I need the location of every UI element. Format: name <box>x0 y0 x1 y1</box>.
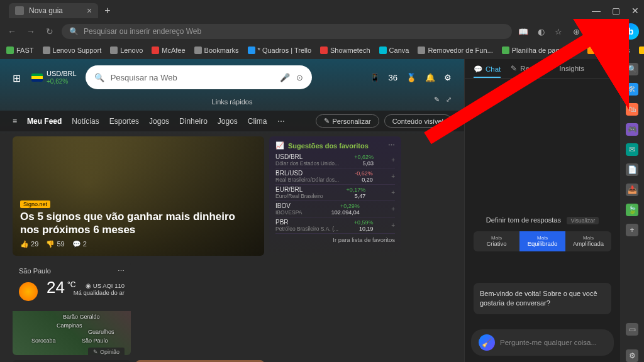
nav-meu-feed[interactable]: Meu Feed <box>27 117 62 126</box>
bookmark-item[interactable]: Bookmarks <box>194 47 239 54</box>
tone-creative[interactable]: MaisCriativo <box>474 231 519 251</box>
bookmark-item[interactable]: Showmetech <box>320 47 370 54</box>
sb-outlook-icon[interactable]: ✉ <box>626 143 638 156</box>
add-favorite-icon[interactable]: + <box>391 156 395 163</box>
refresh-button[interactable]: ↻ <box>43 26 57 36</box>
tone-precise[interactable]: MaisAmplificada <box>565 231 611 251</box>
weather-more-icon[interactable]: ⋯ <box>118 267 125 275</box>
bookmark-item[interactable]: Planilha de pagame... <box>502 47 579 54</box>
expand-icon[interactable]: ⤢ <box>446 96 452 104</box>
nav-dinheiro[interactable]: Dinheiro <box>179 117 208 126</box>
bookmark-item[interactable]: Contador de Caract... <box>639 47 644 54</box>
address-bar: ← → ↻ 🔍 Pesquisar ou inserir endereço We… <box>0 21 644 41</box>
maximize-button[interactable]: ▢ <box>612 6 620 16</box>
hero-source: Signo.net <box>20 200 50 208</box>
sb-app-icon[interactable]: 🍃 <box>626 204 638 216</box>
tone-balanced[interactable]: MaisEquilibrado <box>519 231 565 251</box>
sb-add-icon[interactable]: + <box>626 224 638 236</box>
bookmark-icon <box>43 47 50 54</box>
add-favorite-icon[interactable]: + <box>391 189 395 196</box>
opinion-button[interactable]: ✎ Opinião <box>88 348 125 355</box>
forward-button[interactable]: → <box>24 26 38 36</box>
bookmark-item[interactable]: Lenovo <box>110 47 143 54</box>
web-search-box[interactable]: 🔍 Pesquisar na Web 🎤 ⊙ <box>86 65 312 89</box>
hamburger-icon[interactable]: ≡ <box>13 117 17 126</box>
sb-office-icon[interactable]: 📄 <box>626 163 638 176</box>
nav-esportes[interactable]: Esportes <box>109 117 139 126</box>
content-visible-button[interactable]: Conteúdo visível <box>384 114 452 128</box>
edit-quick-links-icon[interactable]: ✎ <box>434 96 440 104</box>
browser-tab[interactable]: Nova guia × <box>9 3 98 18</box>
visualize-button[interactable]: Visualizar <box>567 217 599 224</box>
split-icon[interactable]: ◐ <box>535 27 547 36</box>
bookmark-item[interactable]: Canva <box>379 47 409 54</box>
url-input[interactable]: 🔍 Pesquisar ou inserir endereço Web <box>62 24 512 39</box>
personalize-button[interactable]: ✎Personalizar <box>316 114 379 128</box>
collections-icon[interactable]: ⊕ <box>570 27 582 36</box>
favorites-list: USD/BRLDólar dos Estados Unido... +0,62%… <box>275 152 395 234</box>
sb-shopping-icon[interactable]: 🛍 <box>626 103 638 116</box>
close-icon[interactable]: × <box>87 6 92 16</box>
bookmark-label: Bookmarks <box>204 47 239 54</box>
search-placeholder: Pesquisar na Web <box>111 73 274 82</box>
currency-widget[interactable]: USD/BRL +0,62% <box>31 70 77 85</box>
close-window-button[interactable]: ✕ <box>631 6 639 16</box>
copilot-more-icon[interactable]: ⋯ <box>604 64 611 73</box>
favorite-row[interactable]: BRL/USDReal Brasileiro/Dólar dos... -0,6… <box>275 168 395 185</box>
bing-copilot-button[interactable]: b <box>623 23 639 40</box>
sb-settings-icon[interactable]: ⚙ <box>626 349 638 362</box>
sb-tools-icon[interactable]: 🛠 <box>626 83 638 96</box>
ask-input[interactable]: 🧹 Pergunte-me qualquer coisa... <box>471 329 614 356</box>
nav-noticias[interactable]: Notícias <box>72 117 99 126</box>
nav-clima[interactable]: Clima <box>248 117 267 126</box>
notifications-icon[interactable]: 🔔 <box>425 73 435 82</box>
nav-jogos[interactable]: Jogos <box>149 117 169 126</box>
back-button[interactable]: ← <box>5 26 19 36</box>
favorites-link[interactable]: Ir para lista de favoritos <box>275 236 395 243</box>
sb-games-icon[interactable]: 🎮 <box>626 123 638 136</box>
nav-more[interactable]: ⋯ <box>277 117 285 126</box>
hero-card[interactable]: Signo.net Os 5 signos que vão ganhar mai… <box>13 136 264 256</box>
welcome-message: Bem-vindo de volta! Sobre o que você gos… <box>474 283 611 314</box>
nav-jogos2[interactable]: Jogos <box>218 117 238 126</box>
favorite-row[interactable]: PBRPetróleo Brasileiro S.A. (... +0,59%1… <box>275 217 395 234</box>
bookmark-item[interactable]: Removedor de Fun... <box>418 47 492 54</box>
menu-icon[interactable]: ⋯ <box>605 27 618 36</box>
new-topic-icon[interactable]: 🧹 <box>479 334 495 351</box>
tab-insights[interactable]: Insights <box>559 64 584 73</box>
minimize-button[interactable]: — <box>592 6 601 16</box>
read-aloud-icon[interactable]: 📖 <box>517 27 530 36</box>
currency-pct: +0,62% <box>47 78 68 85</box>
window-controls: — ▢ ✕ <box>592 6 639 16</box>
sb-drop-icon[interactable]: 📥 <box>626 184 638 196</box>
favorite-row[interactable]: EUR/BRLEuro/Real Brasileiro +0,17%5,47 + <box>275 185 395 201</box>
tab-compose[interactable]: ✎ Redação <box>511 64 549 73</box>
add-favorite-icon[interactable]: + <box>391 222 395 229</box>
feed-nav: ≡ Meu Feed Notícias Esportes Jogos Dinhe… <box>0 111 464 131</box>
mobile-icon[interactable]: 📱 <box>370 73 380 82</box>
weather-card[interactable]: São Paulo ⋯ 24 °C ◉ US AQI 110 Má qualid… <box>13 261 131 355</box>
settings-icon[interactable]: ⚙ <box>444 73 452 82</box>
bookmark-item[interactable]: McAfee <box>152 47 185 54</box>
mic-icon[interactable]: 🎤 <box>280 73 290 82</box>
favorites-icon[interactable]: ☆ <box>552 27 565 36</box>
bookmark-icon <box>587 47 595 54</box>
add-favorite-icon[interactable]: + <box>391 173 395 180</box>
temp-value[interactable]: 36 <box>389 73 397 82</box>
lens-icon[interactable]: ⊙ <box>296 73 303 82</box>
add-favorite-icon[interactable]: + <box>391 206 395 212</box>
favorite-row[interactable]: IBOVIBOVESPA +0,29%102.094,04 + <box>275 201 395 217</box>
bookmark-item[interactable]: FAST <box>6 47 34 54</box>
bookmark-item[interactable]: Sinônimos <box>587 47 630 54</box>
tab-chat[interactable]: 💬 Chat <box>474 64 501 78</box>
rewards-icon[interactable]: 🏅 <box>406 73 416 82</box>
app-launcher-icon[interactable]: ⊞ <box>13 72 23 82</box>
profile-icon[interactable]: 👤 <box>587 27 600 36</box>
favorites-more-icon[interactable]: ⋯ <box>388 141 395 150</box>
bookmark-item[interactable]: Lenovo Support <box>43 47 102 54</box>
sb-search-icon[interactable]: 🔍 <box>626 63 638 75</box>
bookmark-item[interactable]: * Quadros | Trello <box>248 47 311 54</box>
sb-split-icon[interactable]: ▭ <box>626 323 638 336</box>
favorite-row[interactable]: USD/BRLDólar dos Estados Unido... +0,62%… <box>275 152 395 168</box>
new-tab-button[interactable]: + <box>104 5 110 16</box>
